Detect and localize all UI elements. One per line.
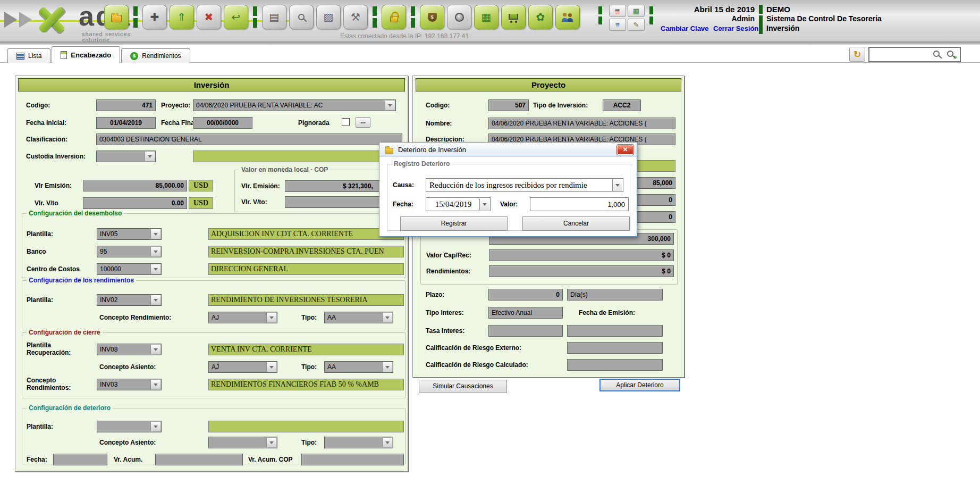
concepto-asiento-combo[interactable]: AJ: [208, 361, 277, 373]
custodia-label: Custodia Inversion:: [26, 153, 86, 160]
plantilla-deterioro-combo[interactable]: [97, 421, 162, 432]
chevron-down-icon[interactable]: [382, 362, 392, 372]
riesgo-externo-field: [567, 342, 663, 354]
new-record-icon-button[interactable]: ✚: [142, 5, 167, 29]
tipo-combo[interactable]: AA: [324, 312, 393, 323]
plantilla-combo[interactable]: INV05: [97, 228, 162, 240]
simular-causaciones-button[interactable]: Simular Causaciones: [419, 380, 507, 393]
registrar-button[interactable]: Registrar: [400, 216, 508, 231]
plantilla-recuperacion-label: Recuperación:: [27, 349, 71, 356]
tab-lista-label: Lista: [28, 52, 41, 60]
mini-grid-icon: ▩: [633, 7, 639, 15]
mini-list-icon-button[interactable]: ≣: [609, 5, 626, 17]
cart-icon-button[interactable]: [501, 5, 526, 29]
tab-lista[interactable]: Lista: [7, 48, 50, 63]
vlr-emision-field[interactable]: 85,000.00: [83, 180, 187, 191]
refresh-button[interactable]: ↻: [849, 47, 865, 62]
concepto-rendimiento-value: AJ: [212, 312, 265, 323]
chevron-down-icon[interactable]: [150, 264, 160, 274]
fecha-final-field[interactable]: 00/00/0000: [193, 117, 252, 129]
chevron-down-icon[interactable]: [382, 438, 392, 447]
save-icon-button[interactable]: ⇑: [170, 5, 194, 29]
pignorada-checkbox[interactable]: [342, 118, 350, 126]
concepto-rendimientos-combo[interactable]: INV03: [97, 379, 162, 390]
plazo-label: Plazo:: [426, 291, 444, 298]
fecha-emision-field: [567, 325, 663, 337]
causa-combo[interactable]: Reducción de los ingresos recibidos por …: [426, 178, 623, 192]
aplicar-deterioro-button[interactable]: Aplicar Deterioro: [599, 379, 680, 391]
preview-search-icon-button[interactable]: [289, 5, 314, 29]
logo-chevron-icon: [4, 12, 17, 28]
chevron-down-icon[interactable]: [150, 229, 160, 239]
chevron-down-icon[interactable]: [612, 179, 622, 191]
fecha-emision-label: Fecha de Emisión:: [579, 309, 635, 316]
chevron-down-icon[interactable]: [266, 362, 276, 372]
tab-encabezado[interactable]: Encabezado: [52, 46, 120, 63]
rendimientos-group-title: Configuración de los rendimientos: [27, 277, 136, 284]
modules-grid-icon-button[interactable]: ▦: [474, 5, 499, 29]
clasificacion-field[interactable]: 0304003 DESTINACION GENERAL: [96, 133, 402, 145]
plazo-field: 0: [488, 289, 563, 301]
banco-combo[interactable]: 95: [97, 246, 162, 257]
chevron-down-icon[interactable]: [385, 101, 395, 110]
vlr-vto-moneda: USD: [189, 197, 213, 209]
search-input[interactable]: [871, 49, 929, 60]
delete-icon-button[interactable]: ✖: [197, 5, 221, 29]
undo-icon: ↩: [232, 12, 241, 22]
tipo-det-combo[interactable]: [324, 437, 393, 448]
tab-rendimientos[interactable]: $ Rendimientos: [121, 48, 190, 63]
tipo-cierre-combo[interactable]: AA: [324, 361, 393, 373]
codigo-field[interactable]: 471: [96, 99, 156, 111]
concepto-rendimiento-combo[interactable]: AJ: [208, 312, 277, 323]
tools-icon-button[interactable]: ⚒: [343, 5, 368, 29]
search-next-icon[interactable]: [947, 51, 953, 57]
contributions-icon-button[interactable]: ✿: [528, 5, 553, 29]
chevron-down-icon[interactable]: [266, 438, 276, 447]
chevron-down-icon[interactable]: [382, 313, 392, 322]
fecha-inicial-field[interactable]: 01/04/2019: [96, 117, 156, 129]
vault-icon-button[interactable]: [447, 5, 471, 29]
chevron-down-icon[interactable]: [150, 422, 160, 431]
riesgo-calculado-label: Calificación de Riesgo Calculado:: [426, 361, 528, 369]
new-record-icon: ✚: [150, 12, 159, 22]
chevron-down-icon[interactable]: [479, 198, 489, 210]
proy-codigo-label: Codigo:: [426, 102, 450, 109]
list-icon: [16, 53, 24, 60]
proyecto-label: Proyecto:: [161, 102, 190, 109]
change-password-link[interactable]: Cambiar Clave: [661, 24, 708, 32]
cancelar-button[interactable]: Cancelar: [522, 216, 630, 231]
chevron-down-icon[interactable]: [150, 345, 160, 354]
image-icon-button[interactable]: ▨: [316, 5, 341, 29]
fecha-dialog-combo[interactable]: 15/04/2019: [426, 197, 491, 211]
open-folder-icon-button[interactable]: [104, 5, 129, 29]
centro-costos-combo[interactable]: 100000: [97, 263, 162, 275]
chevron-down-icon[interactable]: [150, 380, 160, 389]
valor-input[interactable]: [530, 197, 629, 211]
causa-combo-value: Reducción de los ingresos recibidos por …: [429, 179, 610, 191]
browse-button[interactable]: ...: [356, 117, 370, 128]
proyecto-combo[interactable]: 04/06/2020 PRUEBA RENTA VARIABLE: AC: [193, 99, 396, 111]
mini-grid-icon-button[interactable]: ▩: [628, 5, 645, 17]
fecha-inicial-label: Fecha Inicial:: [26, 119, 66, 127]
print-icon-button[interactable]: ▤: [262, 5, 286, 29]
chevron-down-icon[interactable]: [145, 152, 155, 161]
custodia-combo[interactable]: [96, 151, 156, 162]
users-icon-button[interactable]: [555, 5, 580, 29]
mini-notes-icon-button[interactable]: ✎: [628, 19, 645, 31]
concepto-asiento-det-combo[interactable]: [208, 437, 277, 448]
close-icon[interactable]: ✕: [617, 145, 633, 155]
chevron-down-icon[interactable]: [150, 295, 160, 305]
mini-layers-icon-button[interactable]: ≡: [609, 19, 626, 31]
undo-icon-button[interactable]: ↩: [224, 5, 248, 29]
session-user: Admin: [654, 14, 755, 23]
chevron-down-icon[interactable]: [266, 313, 276, 322]
logout-link[interactable]: Cerrar Sesión: [713, 24, 758, 32]
plantilla-recuperacion-combo[interactable]: INV08: [97, 344, 162, 355]
nombre-label: Nombre:: [426, 120, 452, 127]
money-bag-icon-button[interactable]: $: [420, 5, 444, 29]
chevron-down-icon[interactable]: [150, 247, 160, 256]
lock-icon-button[interactable]: [382, 5, 406, 29]
vlr-vto-field[interactable]: 0.00: [83, 197, 187, 209]
plantilla-rend-combo[interactable]: INV02: [97, 294, 162, 306]
search-icon[interactable]: [933, 51, 940, 57]
